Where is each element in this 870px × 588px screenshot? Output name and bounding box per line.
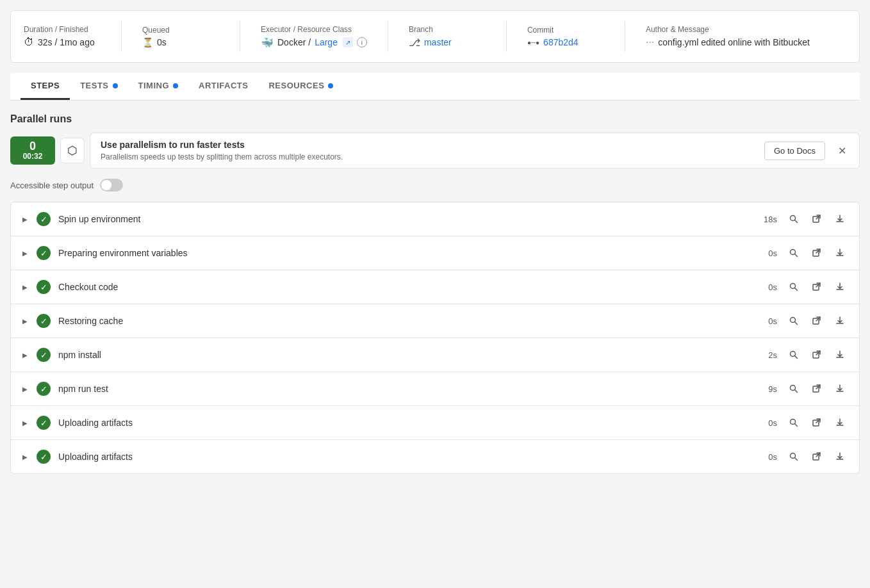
open-external-button[interactable] (808, 414, 826, 432)
search-button[interactable] (785, 414, 803, 432)
search-icon (789, 214, 799, 224)
step-success-icon: ✓ (37, 314, 51, 328)
info-icon[interactable]: i (357, 37, 367, 47)
svg-line-28 (816, 385, 820, 389)
svg-line-31 (795, 424, 798, 427)
expand-button[interactable]: ▶ (21, 316, 29, 326)
search-icon (789, 248, 799, 258)
step-actions (785, 380, 849, 398)
search-button[interactable] (785, 312, 803, 330)
tab-timing-dot (173, 83, 178, 88)
svg-line-38 (816, 453, 820, 457)
expand-button[interactable]: ▶ (21, 249, 29, 258)
download-button[interactable] (831, 380, 849, 398)
search-button[interactable] (785, 210, 803, 228)
external-link-icon (812, 214, 822, 224)
duration-value: 32s / 1mo ago (24, 37, 101, 48)
table-row: ▶ ✓ Uploading artifacts 0s (11, 440, 859, 473)
download-button[interactable] (831, 346, 849, 364)
download-button[interactable] (831, 312, 849, 330)
search-icon (789, 452, 799, 462)
divider (240, 21, 240, 52)
parallel-banner: 0 00:32 ⬡ Use parallelism to run faster … (10, 133, 860, 168)
step-success-icon: ✓ (37, 382, 51, 396)
accessible-output-toggle[interactable] (100, 179, 123, 192)
expand-button[interactable]: ▶ (21, 350, 29, 360)
download-button[interactable] (831, 278, 849, 296)
search-button[interactable] (785, 244, 803, 262)
search-button[interactable] (785, 278, 803, 296)
search-icon (789, 316, 799, 326)
step-actions (785, 244, 849, 262)
step-duration: 0s (758, 452, 777, 462)
external-link-icon[interactable]: ↗ (343, 37, 353, 47)
open-external-button[interactable] (808, 210, 826, 228)
step-name: Spin up environment (58, 214, 750, 224)
commit-value: ●─● 687b2d4 (527, 37, 604, 47)
step-success-icon: ✓ (37, 416, 51, 430)
expand-button[interactable]: ▶ (21, 452, 29, 462)
step-duration: 9s (758, 384, 777, 394)
download-button[interactable] (831, 448, 849, 466)
author-value: config.yml edited online with Bitbucket (646, 37, 810, 48)
author-icon (646, 37, 654, 48)
search-icon (789, 282, 799, 292)
tab-tests-dot (113, 83, 118, 88)
tab-tests[interactable]: TESTS (70, 73, 127, 100)
open-external-button[interactable] (808, 312, 826, 330)
download-icon (835, 384, 845, 394)
download-button[interactable] (831, 414, 849, 432)
accessible-output-row: Accessible step output (10, 179, 860, 192)
download-button[interactable] (831, 210, 849, 228)
table-row: ▶ ✓ Restoring cache 0s (11, 304, 859, 338)
tab-steps[interactable]: STEPS (21, 73, 70, 100)
docker-icon (261, 37, 274, 49)
open-external-button[interactable] (808, 380, 826, 398)
step-name: Preparing environment variables (58, 248, 750, 258)
tab-resources-dot (328, 83, 333, 88)
search-button[interactable] (785, 346, 803, 364)
duration-label: Duration / Finished (24, 25, 101, 34)
step-actions (785, 346, 849, 364)
open-external-button[interactable] (808, 346, 826, 364)
svg-line-3 (816, 215, 820, 219)
branch-section: Branch master (409, 25, 486, 49)
step-duration: 0s (758, 316, 777, 326)
step-actions (785, 278, 849, 296)
svg-line-33 (816, 419, 820, 423)
svg-line-11 (795, 288, 798, 291)
tab-timing[interactable]: TIMING (128, 73, 189, 100)
divider (506, 21, 507, 52)
expand-button[interactable]: ▶ (21, 282, 29, 292)
download-button[interactable] (831, 244, 849, 262)
tabs-container: STEPS TESTS TIMING ARTIFACTS RESOURCES (10, 73, 860, 101)
open-external-button[interactable] (808, 448, 826, 466)
step-counter: 0 00:32 (10, 136, 55, 165)
expand-button[interactable]: ▶ (21, 215, 29, 224)
open-external-button[interactable] (808, 244, 826, 262)
tab-resources[interactable]: RESOURCES (258, 73, 343, 100)
download-icon (835, 418, 845, 428)
go-to-docs-button[interactable]: Go to Docs (764, 142, 825, 160)
expand-button[interactable]: ▶ (21, 418, 29, 428)
open-external-button[interactable] (808, 278, 826, 296)
step-success-icon: ✓ (37, 450, 51, 464)
download-icon (835, 248, 845, 258)
author-label: Author & Message (646, 25, 810, 34)
commit-label: Commit (527, 26, 604, 35)
steps-list: ▶ ✓ Spin up environment 18s (10, 202, 860, 474)
divider (121, 21, 122, 52)
expand-button[interactable]: ▶ (21, 384, 29, 394)
queued-label: Queued (142, 26, 219, 35)
step-success-icon: ✓ (37, 246, 51, 260)
step-name: Restoring cache (58, 316, 750, 326)
search-button[interactable] (785, 448, 803, 466)
close-parallelism-button[interactable]: ✕ (835, 142, 849, 159)
svg-line-21 (795, 356, 798, 359)
executor-class-link[interactable]: Large (315, 37, 338, 47)
external-link-icon (812, 452, 822, 462)
search-button[interactable] (785, 380, 803, 398)
download-icon (835, 452, 845, 462)
tab-artifacts[interactable]: ARTIFACTS (188, 73, 258, 100)
divider (625, 21, 625, 52)
